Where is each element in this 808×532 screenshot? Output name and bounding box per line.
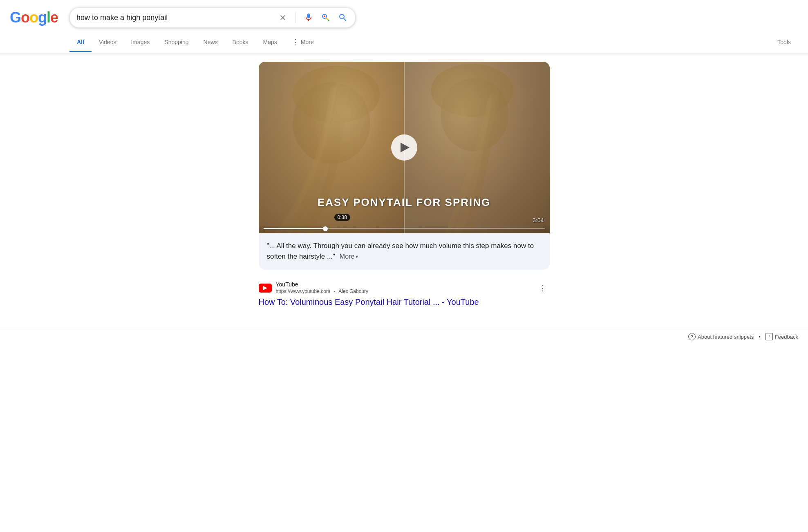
- transcript-more-link[interactable]: More ▾: [340, 252, 358, 262]
- featured-card: EASY PONYTAIL FOR SPRING 0:38 3:04 "... …: [259, 62, 550, 270]
- svg-point-3: [328, 20, 329, 21]
- current-time-badge: 0:38: [334, 214, 350, 221]
- search-submit-icon: [338, 13, 348, 22]
- card-transcript: "... All the way. Through you can alread…: [259, 233, 550, 270]
- source-url: https://www.youtube.com: [276, 288, 330, 294]
- search-result: YouTube https://www.youtube.com · Alex G…: [259, 276, 550, 311]
- video-progress-area: [259, 225, 550, 233]
- search-divider: [295, 12, 295, 23]
- source-info: YouTube https://www.youtube.com · Alex G…: [276, 281, 532, 295]
- featured-snippets-label: About featured snippets: [698, 334, 754, 340]
- youtube-icon: [259, 284, 272, 293]
- svg-point-1: [324, 16, 325, 17]
- help-circle-icon: ?: [688, 333, 696, 340]
- main-content: EASY PONYTAIL FOR SPRING 0:38 3:04 "... …: [249, 54, 560, 327]
- video-title-overlay: EASY PONYTAIL FOR SPRING: [259, 196, 550, 209]
- close-icon: [279, 13, 287, 22]
- mic-button[interactable]: [303, 12, 314, 23]
- mic-icon: [304, 13, 313, 22]
- tab-news[interactable]: News: [196, 33, 225, 52]
- yt-play-icon: [263, 286, 267, 290]
- tab-more[interactable]: ⋮ More: [284, 32, 321, 54]
- result-options-button[interactable]: ⋮: [536, 282, 550, 294]
- source-url-row: https://www.youtube.com · Alex Gaboury: [276, 288, 532, 295]
- google-logo: Google: [10, 9, 58, 26]
- source-author: Alex Gaboury: [338, 288, 368, 294]
- tab-books[interactable]: Books: [225, 33, 256, 52]
- tab-tools[interactable]: Tools: [770, 33, 798, 52]
- play-button[interactable]: [391, 134, 417, 161]
- result-title-link[interactable]: How To: Voluminous Easy Ponytail Hair Tu…: [259, 297, 550, 307]
- video-container[interactable]: EASY PONYTAIL FOR SPRING 0:38 3:04: [259, 62, 550, 233]
- duration-badge: 3:04: [533, 217, 544, 224]
- progress-bar-fill: [264, 228, 325, 229]
- search-input[interactable]: [76, 13, 274, 22]
- tab-more-label: More: [301, 39, 314, 45]
- feedback-item[interactable]: ! Feedback: [765, 333, 798, 340]
- progress-thumb: [323, 226, 328, 231]
- progress-bar-track[interactable]: [264, 228, 545, 229]
- transcript-text: "... All the way. Through you can alread…: [267, 242, 534, 260]
- featured-snippets-item[interactable]: ? About featured snippets: [688, 333, 754, 340]
- tab-images[interactable]: Images: [123, 33, 157, 52]
- source-name: YouTube: [276, 281, 532, 288]
- tab-videos[interactable]: Videos: [92, 33, 124, 52]
- tab-shopping[interactable]: Shopping: [157, 33, 196, 52]
- play-icon: [401, 143, 410, 152]
- search-bar: [69, 7, 356, 28]
- lens-button[interactable]: [320, 12, 331, 23]
- more-label: More: [340, 252, 354, 262]
- more-dots-icon: ⋮: [292, 38, 299, 47]
- feedback-label: Feedback: [775, 334, 798, 340]
- lens-icon: [321, 13, 331, 22]
- clear-button[interactable]: [278, 13, 288, 22]
- result-source-row: YouTube https://www.youtube.com · Alex G…: [259, 281, 550, 295]
- search-submit-button[interactable]: [337, 12, 349, 23]
- chevron-down-icon: ▾: [356, 253, 358, 260]
- tab-maps[interactable]: Maps: [255, 33, 284, 52]
- three-dots-icon: ⋮: [539, 284, 546, 292]
- search-icons: [278, 12, 349, 23]
- exclaim-icon: !: [765, 333, 773, 340]
- nav-tabs: All Videos Images Shopping News Books Ma…: [0, 32, 808, 54]
- header: Google: [0, 0, 808, 28]
- bottom-bar: ? About featured snippets • ! Feedback: [0, 327, 808, 346]
- tab-all[interactable]: All: [69, 33, 92, 52]
- svg-point-7: [441, 78, 508, 152]
